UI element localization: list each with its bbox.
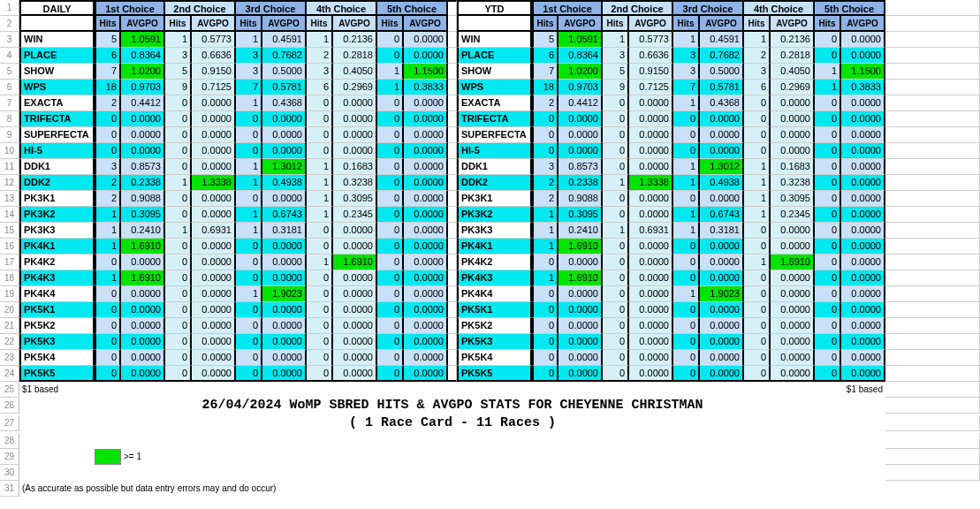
avgpo-cell: 0.2969 [771, 80, 815, 95]
avgpo-cell: 0.9703 [558, 80, 603, 95]
avgpo-cell: 0.0000 [771, 286, 815, 302]
hits-cell: 3 [165, 48, 192, 64]
avgpo-cell: 0.0000 [700, 302, 744, 318]
hits-cell: 0 [377, 32, 404, 48]
hits-cell: 0 [236, 143, 262, 159]
blank [885, 95, 980, 111]
avgpo-cell: 1.0200 [121, 64, 165, 80]
hits-cell: 0 [532, 334, 558, 350]
blank [815, 433, 841, 449]
hits-cell: 0 [532, 286, 558, 302]
hits-cell: 0 [236, 334, 262, 350]
hits-cell: 0 [377, 254, 404, 270]
avgpo-cell: 1.6910 [558, 270, 603, 286]
avgpo-cell: 0.4591 [700, 32, 744, 48]
hits-cell: 0 [377, 366, 404, 382]
avgpo-cell: 0.2410 [121, 223, 165, 239]
avgpo-cell: 1.6910 [333, 254, 377, 270]
blank [603, 433, 629, 449]
header-avgpo: AVGPO [558, 16, 603, 32]
row-label: PK5K4 [19, 350, 95, 366]
hits-cell: 3 [603, 48, 629, 64]
avgpo-cell: 0.3095 [333, 191, 377, 207]
row-number: 19 [0, 286, 19, 302]
hits-cell: 1 [95, 207, 121, 223]
hits-cell: 0 [307, 350, 333, 366]
hits-cell: 0 [377, 302, 404, 318]
avgpo-cell: 0.0000 [192, 318, 236, 334]
avgpo-cell: 0.0000 [629, 286, 673, 302]
blank [885, 0, 980, 16]
avgpo-cell: 0.0000 [192, 302, 236, 318]
blank [885, 433, 980, 449]
hits-cell: 0 [815, 302, 841, 318]
avgpo-cell: 0.0000 [121, 366, 165, 382]
hits-cell: 0 [603, 318, 629, 334]
hits-cell: 0 [95, 334, 121, 350]
header-hits: Hits [95, 16, 121, 32]
blank [236, 382, 262, 398]
avgpo-cell: 0.0000 [333, 239, 377, 254]
avgpo-cell: 0.0000 [629, 127, 673, 143]
row-number: 20 [0, 302, 19, 318]
avgpo-cell: 0.0000 [333, 127, 377, 143]
avgpo-cell: 0.0000 [404, 350, 448, 366]
row-label: SUPERFECTA [19, 127, 95, 143]
row-number: 9 [0, 127, 19, 143]
blank [885, 127, 980, 143]
avgpo-cell: 0.7125 [629, 80, 673, 95]
avgpo-cell: 0.0000 [333, 334, 377, 350]
hits-cell: 2 [95, 175, 121, 191]
blank [404, 465, 448, 481]
gap [448, 239, 457, 254]
hits-cell: 0 [744, 270, 771, 286]
header-avgpo: AVGPO [841, 16, 885, 32]
avgpo-cell: 0.4938 [700, 175, 744, 191]
avgpo-cell: 0.9088 [121, 191, 165, 207]
hits-cell: 0 [744, 95, 771, 111]
header-choice: 4th Choice [307, 0, 377, 16]
avgpo-cell: 1.6910 [121, 239, 165, 254]
hits-cell: 1 [236, 223, 262, 239]
row-number: 10 [0, 143, 19, 159]
avgpo-cell: 0.0000 [262, 127, 307, 143]
avgpo-cell: 0.3181 [262, 223, 307, 239]
row-label: PK5K5 [19, 366, 95, 382]
avgpo-cell: 0.4591 [262, 32, 307, 48]
hits-cell: 0 [532, 318, 558, 334]
avgpo-cell: 0.0000 [404, 127, 448, 143]
avgpo-cell: 0.2410 [558, 223, 603, 239]
avgpo-cell: 0.0000 [841, 32, 885, 48]
avgpo-cell: 0.0000 [700, 366, 744, 382]
hits-cell: 1 [236, 286, 262, 302]
avgpo-cell: 0.8364 [121, 48, 165, 64]
avgpo-cell: 0.1683 [333, 159, 377, 175]
hits-cell: 0 [815, 223, 841, 239]
row-number: 1 [0, 0, 19, 16]
blank [629, 465, 673, 481]
hits-cell: 0 [815, 48, 841, 64]
row-number: 12 [0, 175, 19, 191]
blank [236, 433, 262, 449]
blank [165, 465, 192, 481]
avgpo-cell: 0.6931 [192, 223, 236, 239]
hits-cell: 0 [603, 270, 629, 286]
avgpo-cell: 0.0000 [192, 270, 236, 286]
row-label-ytd: PK3K2 [457, 207, 532, 223]
blank [885, 449, 980, 465]
avgpo-cell: 0.0000 [192, 159, 236, 175]
avgpo-cell: 0.0000 [700, 239, 744, 254]
avgpo-cell: 0.6743 [262, 207, 307, 223]
avgpo-cell: 0.0000 [262, 270, 307, 286]
hits-cell: 0 [165, 239, 192, 254]
header-avgpo: AVGPO [771, 16, 815, 32]
avgpo-cell: 0.0000 [333, 302, 377, 318]
avgpo-cell: 0.0000 [333, 111, 377, 127]
hits-cell: 0 [532, 302, 558, 318]
hits-cell: 1 [603, 32, 629, 48]
row-label-ytd: PK5K2 [457, 318, 532, 334]
hits-cell: 0 [307, 366, 333, 382]
hits-cell: 0 [603, 334, 629, 350]
hits-cell: 0 [377, 239, 404, 254]
hits-cell: 3 [236, 64, 262, 80]
